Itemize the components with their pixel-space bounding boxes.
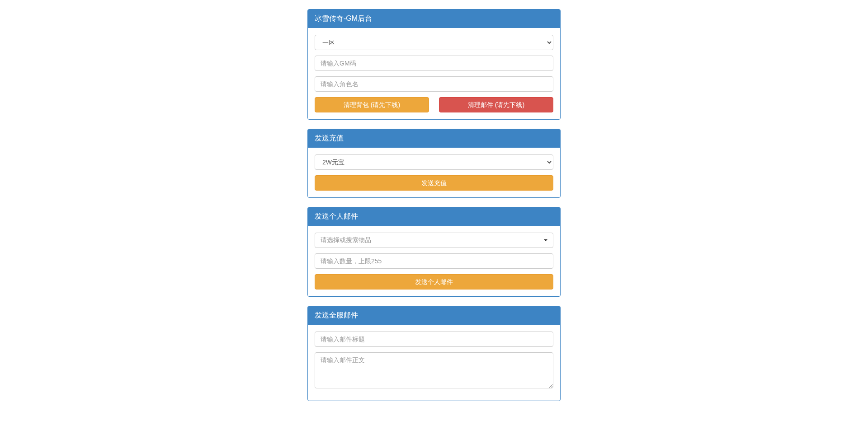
panel-send-personal-mail: 发送个人邮件 请选择或搜索物品 发送个人邮件	[307, 207, 561, 297]
item-combobox-placeholder: 请选择或搜索物品	[321, 236, 371, 244]
send-recharge-button[interactable]: 发送充值	[315, 175, 553, 191]
gm-code-input[interactable]	[315, 56, 553, 71]
mail-body-textarea[interactable]	[315, 352, 553, 388]
panel-gm-admin-title: 冰雪传奇-GM后台	[308, 9, 560, 28]
clear-bag-button[interactable]: 清理背包 (请先下线)	[315, 97, 429, 112]
panel-send-personal-mail-title: 发送个人邮件	[308, 207, 560, 226]
send-personal-mail-button[interactable]: 发送个人邮件	[315, 274, 553, 290]
clear-mail-button[interactable]: 清理邮件 (请先下线)	[439, 97, 553, 112]
item-combobox-display[interactable]: 请选择或搜索物品	[315, 233, 553, 248]
panel-send-recharge-title: 发送充值	[308, 129, 560, 148]
panel-send-recharge: 发送充值 2W元宝 发送充值	[307, 129, 561, 198]
panel-send-server-mail-title: 发送全服邮件	[308, 306, 560, 325]
caret-down-icon	[544, 239, 547, 241]
role-name-input[interactable]	[315, 76, 553, 92]
panel-send-server-mail-body	[308, 325, 560, 401]
quantity-input[interactable]	[315, 253, 553, 269]
panel-gm-admin: 冰雪传奇-GM后台 一区 清理背包 (请先下线) 清理邮件 (请先下线)	[307, 9, 561, 120]
panel-send-personal-mail-body: 请选择或搜索物品 发送个人邮件	[308, 226, 560, 296]
item-combobox[interactable]: 请选择或搜索物品	[315, 233, 553, 248]
clear-button-row: 清理背包 (请先下线) 清理邮件 (请先下线)	[315, 97, 553, 112]
panel-gm-admin-body: 一区 清理背包 (请先下线) 清理邮件 (请先下线)	[308, 28, 560, 119]
server-select[interactable]: 一区	[315, 35, 553, 50]
recharge-amount-select[interactable]: 2W元宝	[315, 154, 553, 170]
panel-send-server-mail: 发送全服邮件	[307, 306, 561, 401]
panel-send-recharge-body: 2W元宝 发送充值	[308, 148, 560, 197]
mail-title-input[interactable]	[315, 332, 553, 347]
